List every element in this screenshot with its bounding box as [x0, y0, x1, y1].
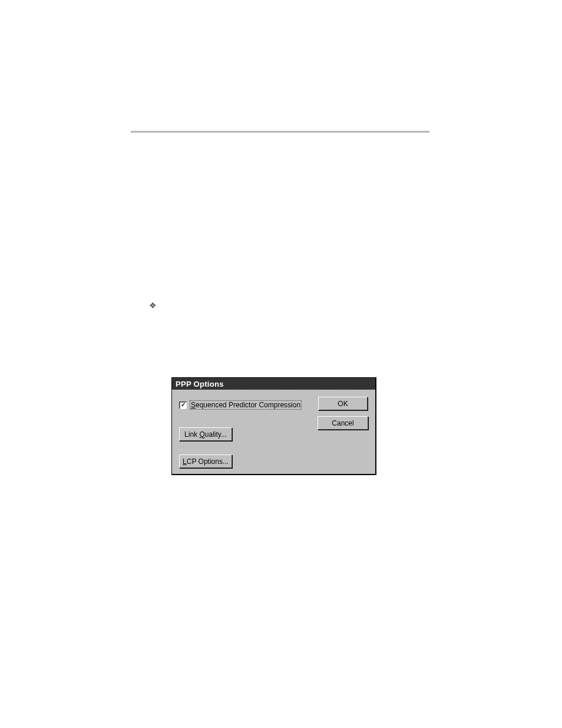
lcp-options-button[interactable]: LCP Options...: [179, 454, 232, 468]
sequenced-predictor-compression-row[interactable]: ✓ Sequenced Predictor Compression: [179, 400, 302, 410]
sequenced-predictor-compression-label: Sequenced Predictor Compression: [190, 400, 302, 410]
sequenced-predictor-compression-checkbox[interactable]: ✓: [179, 401, 187, 409]
horizontal-divider: [131, 131, 429, 133]
dialog-body: ✓ Sequenced Predictor Compression Link Q…: [172, 390, 375, 474]
lcp-options-label: LCP Options...: [183, 457, 229, 466]
link-quality-button[interactable]: Link Quality...: [179, 427, 232, 441]
link-quality-label: Link Quality...: [184, 430, 227, 439]
dialog-title: PPP Options: [176, 380, 224, 388]
dialog-title-bar: PPP Options: [172, 378, 375, 390]
ok-button[interactable]: OK: [318, 397, 368, 410]
ok-label: OK: [338, 400, 348, 408]
cancel-button[interactable]: Cancel: [318, 416, 368, 430]
checkmark-icon: ✓: [181, 402, 186, 408]
cancel-label: Cancel: [332, 419, 353, 427]
ppp-options-dialog: PPP Options ✓ Sequenced Predictor Compre…: [171, 377, 376, 475]
diamond-bullet-icon: ❖: [149, 301, 157, 310]
